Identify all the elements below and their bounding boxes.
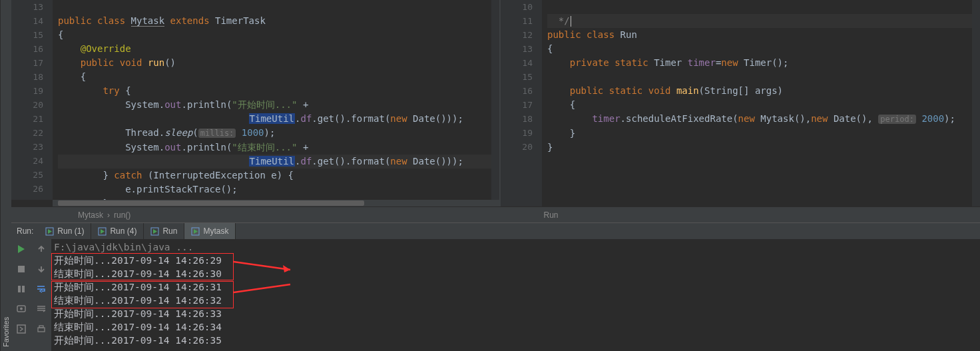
scroll-to-end-button[interactable] xyxy=(35,303,47,315)
console-command: F:\java\jdk\bin\java ... xyxy=(54,240,980,254)
run-title: Run: xyxy=(11,226,39,236)
main-area: 13 14 15 16 17 18 19 20 21 22 23 24 25 2… xyxy=(11,0,980,351)
caret xyxy=(571,16,571,27)
run-toolbar-secondary xyxy=(31,239,51,351)
favorites-label: Favorites xyxy=(2,317,10,347)
stop-button[interactable] xyxy=(15,263,27,275)
param-hint: period: xyxy=(878,115,916,124)
annotation-box xyxy=(51,253,234,280)
svg-marker-8 xyxy=(18,245,25,253)
svg-marker-5 xyxy=(153,229,157,234)
svg-rect-11 xyxy=(22,286,25,292)
scroll-down-button[interactable] xyxy=(35,263,47,275)
svg-rect-16 xyxy=(39,326,43,328)
run-header: Run: Run (1) Run (4) Run Mytask xyxy=(11,223,980,239)
h-scrollbar-left[interactable] xyxy=(53,200,499,206)
console-output[interactable]: F:\java\jdk\bin\java ... 开始时间...2017-09-… xyxy=(51,239,980,351)
svg-marker-7 xyxy=(194,229,198,234)
run-tool-window: Run: Run (1) Run (4) Run Mytask F xyxy=(11,222,980,351)
code-left[interactable]: public class Mytask extends TimerTask { … xyxy=(53,0,491,200)
gutter-left[interactable]: 13 14 15 16 17 18 19 20 21 22 23 24 25 2… xyxy=(11,0,53,200)
run-tab[interactable]: Run (4) xyxy=(91,223,144,239)
editor-left[interactable]: 13 14 15 16 17 18 19 20 21 22 23 24 25 2… xyxy=(11,0,501,206)
run-tab-active[interactable]: Mytask xyxy=(184,223,236,239)
pause-button[interactable] xyxy=(15,283,27,295)
rerun-button[interactable] xyxy=(15,243,27,255)
breadcrumb-left[interactable]: Mytask › run() xyxy=(11,207,515,222)
svg-rect-14 xyxy=(17,325,25,333)
error-stripe-right[interactable] xyxy=(972,0,980,206)
error-stripe-left[interactable] xyxy=(491,0,499,200)
console-line: 开始时间...2017-09-14 14:26:35 xyxy=(54,334,980,347)
breadcrumb-item[interactable]: run() xyxy=(114,210,130,220)
breadcrumb-bar: Mytask › run() Run xyxy=(11,206,980,222)
svg-rect-10 xyxy=(18,286,21,292)
run-tab[interactable]: Run xyxy=(144,223,184,239)
svg-rect-15 xyxy=(38,328,45,332)
run-config-icon xyxy=(98,227,107,236)
param-hint: millis: xyxy=(198,129,236,138)
print-button[interactable] xyxy=(35,323,47,335)
code-right[interactable]: */ public class Run { private static Tim… xyxy=(542,0,972,206)
exit-button[interactable] xyxy=(15,323,27,335)
dump-threads-button[interactable] xyxy=(15,303,27,315)
svg-marker-3 xyxy=(101,229,105,234)
favorites-tool-window-tab[interactable]: Favorites xyxy=(0,0,11,351)
soft-wrap-button[interactable] xyxy=(35,283,47,295)
gutter-right[interactable]: 10 11 12 13 14 15 16 17 18 19 20 xyxy=(501,0,542,206)
run-toolbar-primary xyxy=(11,239,31,351)
breadcrumb-item[interactable]: Run xyxy=(544,210,559,220)
editor-split: 13 14 15 16 17 18 19 20 21 22 23 24 25 2… xyxy=(11,0,980,206)
scroll-up-button[interactable] xyxy=(35,243,47,255)
svg-marker-1 xyxy=(48,229,52,234)
console-line: 结束时间...2017-09-14 14:26:34 xyxy=(54,320,980,334)
svg-point-13 xyxy=(20,308,23,310)
editor-right[interactable]: 10 11 12 13 14 15 16 17 18 19 20 */ publ… xyxy=(501,0,980,206)
breadcrumb-right[interactable]: Run xyxy=(515,207,981,222)
console-line: 开始时间...2017-09-14 14:26:33 xyxy=(54,307,980,320)
chevron-right-icon: › xyxy=(107,210,110,220)
run-tab[interactable]: Run (1) xyxy=(39,223,91,239)
breadcrumb-item[interactable]: Mytask xyxy=(78,210,103,220)
h-scrollbar-thumb[interactable] xyxy=(58,200,364,206)
annotation-box xyxy=(51,281,234,308)
run-config-icon xyxy=(191,227,200,236)
svg-rect-9 xyxy=(18,266,25,272)
run-config-icon xyxy=(150,227,159,236)
run-config-icon xyxy=(45,227,54,236)
